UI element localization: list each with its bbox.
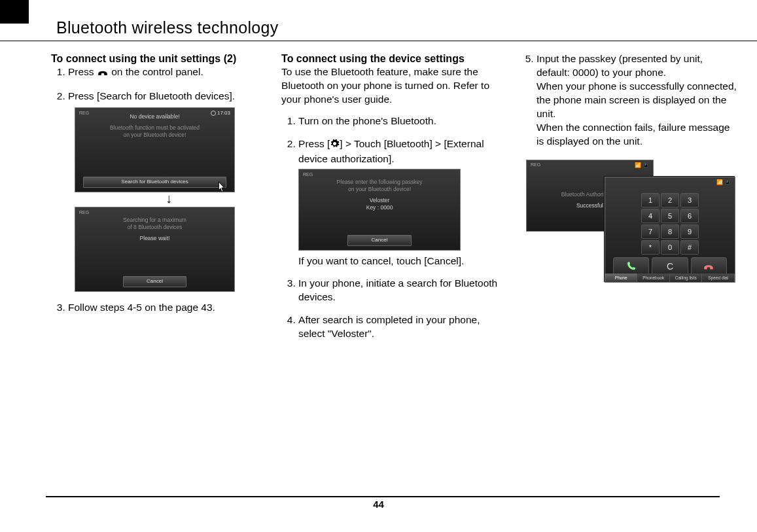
- scr-line-3: Veloster: [370, 197, 390, 204]
- keypad-key[interactable]: 2: [661, 193, 679, 207]
- keypad-key[interactable]: 7: [641, 224, 660, 239]
- cancel-button[interactable]: Cancel: [347, 235, 412, 246]
- after-screen-note: If you want to cancel, touch [Cancel].: [298, 255, 508, 268]
- steps-passkey: Input the passkey (presented by unit, de…: [519, 52, 738, 148]
- keypad-key[interactable]: 1: [641, 193, 660, 207]
- keypad-key[interactable]: #: [680, 240, 699, 255]
- phone-tabs: PhonePhonebookCalling listsSpeed dial: [605, 274, 735, 282]
- steps-device-settings: Turn on the phone's Bluetooth. Press [] …: [281, 115, 508, 341]
- scr-line-2: on your Bluetooth device!: [348, 186, 411, 193]
- keypad-key[interactable]: 8: [661, 224, 679, 239]
- scr-line-1: No device available!: [130, 113, 179, 120]
- scr-reg: REG: [79, 110, 89, 116]
- scr-line-1: Please enter the following passkey: [337, 179, 423, 186]
- bottom-rule: [46, 496, 720, 497]
- step-2-text: Press [Search for Bluetooth devices].: [68, 90, 235, 101]
- intro-device-settings: To use the Bluetooth feature, make sure …: [281, 65, 508, 107]
- scr-line-3: Please wait!: [140, 235, 170, 242]
- status-icons: 📶 📱: [635, 162, 649, 168]
- scr-line-1: Searching for a maximum: [123, 217, 186, 224]
- scr-line-2: Successful: [576, 202, 603, 209]
- step-1: Turn on the phone's Bluetooth.: [298, 115, 508, 128]
- page-corner-tab: [0, 0, 29, 24]
- keypad-key[interactable]: 9: [680, 224, 699, 239]
- scr-clock: 17:03: [211, 110, 230, 117]
- scr-reg: REG: [79, 209, 89, 215]
- phone-tab[interactable]: Phonebook: [637, 274, 670, 282]
- heading-device-settings: To connect using the device settings: [281, 52, 508, 65]
- screenshot-passkey: REG Please enter the following passkey o…: [298, 169, 461, 251]
- step-4: After search is completed in your phone,…: [298, 313, 508, 341]
- step-3: Follow steps 4-5 on the page 43.: [68, 301, 270, 315]
- search-bluetooth-button[interactable]: Search for Bluetooth devices: [83, 177, 226, 188]
- keypad-key[interactable]: 0: [661, 240, 679, 255]
- cancel-button[interactable]: Cancel: [123, 276, 186, 287]
- screenshot-phone-main: 📶 📱 123456789*0# C PhonePhonebookCalling…: [605, 177, 735, 283]
- scr-line-2a: Bluetooth function must be activated: [110, 124, 200, 132]
- steps-unit-settings: Press on the control panel. Press [Searc…: [51, 65, 270, 315]
- phone-tab[interactable]: Speed dial: [702, 274, 735, 282]
- title-rule: [0, 41, 757, 41]
- cursor-icon: [215, 181, 227, 194]
- screenshot-search-prompt: REG 17:03 No device available! Bluetooth…: [75, 107, 235, 192]
- phone-icon: [97, 67, 109, 80]
- gear-icon: [330, 139, 340, 152]
- screenshot-searching: REG Searching for a maximum of 8 Bluetoo…: [75, 207, 235, 292]
- step-5: Input the passkey (presented by unit, de…: [537, 52, 738, 148]
- end-call-button[interactable]: [691, 257, 727, 275]
- keypad: 123456789*0#: [641, 193, 699, 255]
- arrow-down-icon: ↓: [68, 192, 270, 204]
- step-2: Press [Search for Bluetooth devices]. RE…: [68, 90, 270, 292]
- keypad-key[interactable]: 4: [641, 209, 660, 223]
- clock-icon: [211, 111, 216, 116]
- page-title: Bluetooth wireless technology: [56, 18, 278, 37]
- step-1: Press on the control panel.: [68, 65, 270, 80]
- scr-line-2b: on your Bluetooth device!: [124, 132, 186, 139]
- keypad-key[interactable]: 3: [680, 193, 699, 207]
- scr-reg: REG: [531, 162, 540, 167]
- scr-reg: REG: [303, 171, 313, 177]
- clear-button[interactable]: C: [652, 257, 688, 275]
- keypad-key[interactable]: *: [641, 240, 660, 255]
- scr-line-2: of 8 Bluetooth devices: [128, 224, 183, 231]
- step-3: In your phone, initiate a search for Blu…: [298, 277, 508, 304]
- heading-unit-settings: To connect using the unit settings (2): [51, 52, 270, 65]
- keypad-key[interactable]: 6: [680, 209, 699, 223]
- scr-line-4: Key : 0000: [366, 204, 393, 211]
- step-2-pre: Press [: [298, 138, 330, 149]
- call-row: C: [613, 257, 727, 275]
- column-device-settings: To connect using the device settings To …: [281, 52, 508, 350]
- screenshot-pair-result: REG 📶 📱 Bluetooth Authorization Successf…: [526, 157, 735, 285]
- keypad-key[interactable]: 5: [661, 209, 679, 223]
- step-1-pre: Press: [68, 66, 97, 77]
- column-passkey: Input the passkey (presented by unit, de…: [519, 52, 738, 350]
- phone-tab[interactable]: Calling lists: [670, 274, 703, 282]
- column-unit-settings: To connect using the unit settings (2) P…: [51, 52, 270, 350]
- step-1-post: on the control panel.: [109, 66, 203, 77]
- content-area: To connect using the unit settings (2) P…: [51, 52, 738, 350]
- call-button[interactable]: [613, 257, 649, 275]
- phone-tab[interactable]: Phone: [605, 274, 638, 282]
- status-icons: 📶 📱: [716, 179, 731, 185]
- page-number: 44: [0, 499, 757, 510]
- step-2: Press [] > Touch [Bluetooth] > [External…: [298, 137, 508, 268]
